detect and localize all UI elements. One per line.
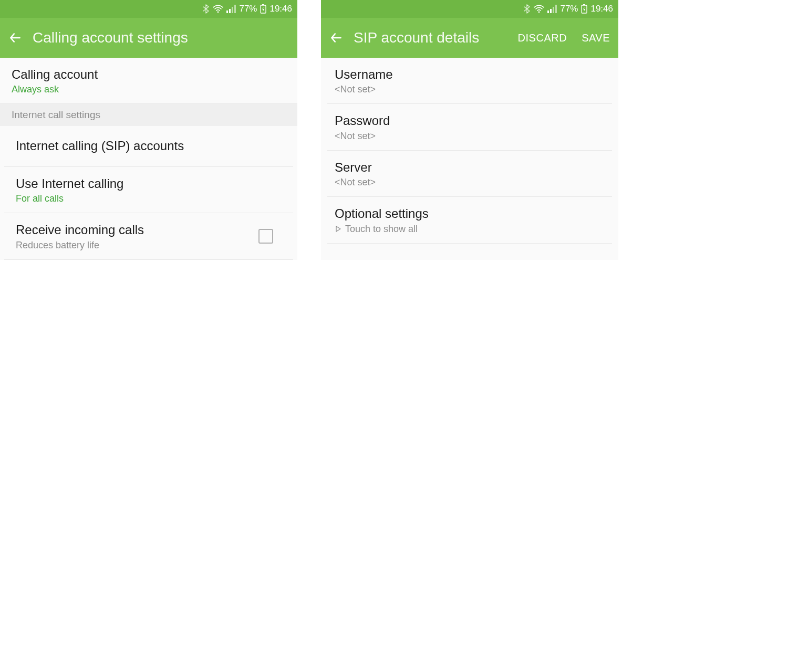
app-bar: Calling account settings — [0, 18, 297, 58]
receive-incoming-checkbox[interactable] — [258, 229, 273, 244]
svg-rect-8 — [547, 10, 549, 13]
battery-percent: 77% — [560, 4, 578, 14]
item-sub: Reduces battery life — [16, 240, 258, 251]
battery-charging-icon — [260, 4, 266, 14]
wifi-icon — [213, 5, 223, 13]
svg-rect-4 — [234, 5, 236, 13]
back-button[interactable] — [329, 31, 343, 45]
field-sub: Touch to show all — [335, 224, 605, 235]
wifi-icon — [534, 5, 544, 13]
svg-rect-1 — [226, 10, 228, 13]
page-title: SIP account details — [354, 29, 507, 46]
section-header-internet: Internet call settings — [0, 104, 297, 126]
signal-icon — [226, 5, 236, 13]
svg-point-0 — [217, 12, 219, 13]
bluetooth-icon — [202, 4, 210, 14]
field-value: <Not set> — [335, 177, 605, 188]
bluetooth-icon — [523, 4, 531, 14]
item-label: Receive incoming calls — [16, 222, 258, 238]
status-bar: 77% 19:46 — [321, 0, 618, 18]
item-label: Internet calling (SIP) accounts — [16, 138, 282, 154]
battery-percent: 77% — [239, 4, 257, 14]
field-label: Username — [335, 66, 605, 83]
item-use-internet-calling[interactable]: Use Internet calling For all calls — [4, 167, 293, 213]
item-calling-account[interactable]: Calling account Always ask — [0, 58, 297, 104]
item-optional-settings[interactable]: Optional settings Touch to show all — [327, 197, 612, 243]
app-bar: SIP account details DISCARD SAVE — [321, 18, 618, 58]
item-label: Use Internet calling — [16, 175, 282, 192]
field-server[interactable]: Server <Not set> — [327, 151, 612, 197]
settings-list: Calling account Always ask Internet call… — [0, 58, 297, 260]
item-receive-incoming[interactable]: Receive incoming calls Reduces battery l… — [4, 213, 293, 259]
clock: 19:46 — [590, 4, 613, 14]
svg-rect-3 — [232, 7, 233, 13]
save-button[interactable]: SAVE — [582, 32, 610, 44]
item-value: For all calls — [16, 193, 282, 204]
item-label: Calling account — [12, 66, 286, 83]
page-title: Calling account settings — [33, 29, 289, 46]
sip-form: Username <Not set> Password <Not set> Se… — [321, 58, 618, 260]
svg-rect-9 — [550, 9, 552, 13]
field-label: Optional settings — [335, 205, 605, 222]
battery-charging-icon — [581, 4, 587, 14]
svg-rect-11 — [555, 5, 557, 13]
field-username[interactable]: Username <Not set> — [327, 58, 612, 104]
svg-rect-10 — [553, 7, 554, 13]
optional-sub-text: Touch to show all — [345, 224, 418, 235]
screen-sip-account-details: 77% 19:46 SIP account details DISCARD SA… — [321, 0, 618, 260]
status-bar: 77% 19:46 — [0, 0, 297, 18]
field-password[interactable]: Password <Not set> — [327, 104, 612, 150]
svg-rect-13 — [583, 4, 585, 5]
signal-icon — [547, 5, 557, 13]
screen-calling-account-settings: 77% 19:46 Calling account settings Calli… — [0, 0, 297, 260]
clock: 19:46 — [269, 4, 292, 14]
svg-point-7 — [538, 12, 540, 13]
item-value: Always ask — [12, 84, 286, 95]
discard-button[interactable]: DISCARD — [518, 32, 567, 44]
back-button[interactable] — [8, 31, 22, 45]
item-sip-accounts[interactable]: Internet calling (SIP) accounts — [4, 126, 293, 166]
field-value: <Not set> — [335, 84, 605, 95]
svg-rect-6 — [262, 4, 264, 5]
field-value: <Not set> — [335, 131, 605, 142]
expand-icon — [335, 225, 342, 233]
svg-rect-2 — [229, 9, 231, 13]
field-label: Password — [335, 112, 605, 129]
field-label: Server — [335, 159, 605, 176]
